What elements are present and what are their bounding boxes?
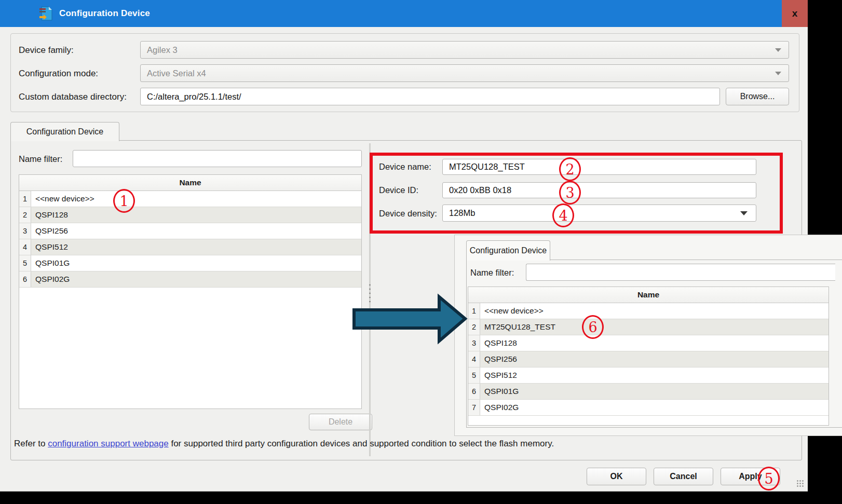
inset-table-header-name: Name (468, 287, 829, 303)
chevron-down-icon (775, 72, 781, 75)
table-row-qspi256[interactable]: 3QSPI256 (19, 223, 361, 239)
delete-button: Delete (309, 414, 372, 430)
apply-button[interactable]: Apply (721, 468, 780, 485)
note-prefix: Refer to (14, 439, 48, 448)
table-row-qspi512[interactable]: 4QSPI512 (19, 239, 361, 255)
row-name: QSPI256 (480, 351, 517, 367)
table-row-qspi128[interactable]: 2QSPI128 (19, 207, 361, 223)
row-name: MT25QU128_TEST (480, 319, 555, 335)
row-name: QSPI256 (31, 223, 68, 239)
cancel-button[interactable]: Cancel (654, 468, 713, 485)
device-name-input[interactable]: MT25QU128_TEST (442, 159, 756, 175)
device-family-value: Agilex 3 (147, 45, 178, 55)
device-name-label: Device name: (379, 162, 431, 172)
name-filter-input[interactable] (73, 150, 362, 167)
row-number: 6 (468, 384, 480, 399)
inset-row-mt25qu128-test[interactable]: 2MT25QU128_TEST (468, 319, 829, 335)
device-family-select: Agilex 3 (140, 41, 789, 59)
device-id-label: Device ID: (379, 185, 418, 195)
device-family-label: Device family: (19, 45, 74, 56)
row-name: QSPI128 (31, 207, 68, 223)
row-name: QSPI02G (31, 271, 70, 287)
row-name: <<new device>> (31, 191, 94, 207)
inset-row-qspi01g[interactable]: 6QSPI01G (468, 384, 829, 400)
device-density-select[interactable]: 128Mb (442, 205, 756, 222)
custom-db-directory-input[interactable]: C:/altera_pro/25.1.1/test/ (140, 88, 720, 105)
note-suffix: for supported third party configuration … (169, 439, 554, 448)
row-number: 4 (468, 351, 480, 367)
configuration-device-icon (38, 6, 54, 21)
ok-button[interactable]: OK (587, 468, 646, 485)
row-number: 6 (19, 271, 31, 287)
row-name: QSPI02G (480, 400, 519, 415)
inset-device-list-table: Name 1<<new device>> 2MT25QU128_TEST 3QS… (468, 287, 829, 426)
row-name: <<new device>> (480, 303, 544, 319)
chevron-down-icon (740, 211, 748, 215)
inset-row-qspi128[interactable]: 3QSPI128 (468, 335, 829, 351)
device-density-label: Device density: (379, 209, 437, 219)
device-id-input[interactable]: 0x20 0xBB 0x18 (442, 182, 756, 198)
table-row-qspi01g[interactable]: 5QSPI01G (19, 255, 361, 271)
browse-button[interactable]: Browse... (726, 88, 789, 105)
configuration-mode-label: Configuration mode: (19, 69, 98, 79)
row-number: 3 (19, 223, 31, 239)
resize-grip[interactable] (796, 480, 804, 487)
annotation-arrow-icon (348, 290, 472, 348)
row-number: 2 (19, 207, 31, 223)
custom-db-directory-label: Custom database directory: (19, 92, 127, 102)
window-title: Configuration Device (59, 8, 150, 19)
device-density-value: 128Mb (449, 208, 475, 218)
inset-row-new-device[interactable]: 1<<new device>> (468, 303, 829, 319)
inset-row-qspi512[interactable]: 5QSPI512 (468, 367, 829, 384)
close-button[interactable]: x (782, 0, 808, 27)
table-row-qspi02g[interactable]: 6QSPI02G (19, 271, 361, 288)
inset-name-filter-input[interactable] (526, 264, 835, 281)
inset-row-qspi02g[interactable]: 7QSPI02G (468, 400, 829, 416)
support-note: Refer to configuration support webpage f… (14, 439, 554, 449)
row-name: QSPI01G (480, 384, 519, 399)
device-list-table: Name 1<<new device>> 2QSPI128 3QSPI256 4… (19, 174, 362, 409)
row-number: 4 (19, 239, 31, 255)
configuration-mode-select: Active Serial x4 (140, 64, 789, 82)
inset-tab-configuration-device[interactable]: Configuration Device (466, 240, 550, 261)
chevron-down-icon (775, 48, 781, 52)
configuration-support-link[interactable]: configuration support webpage (48, 439, 169, 448)
row-number: 5 (468, 367, 480, 383)
row-number: 7 (468, 400, 480, 415)
configuration-mode-value: Active Serial x4 (147, 69, 206, 78)
row-number: 1 (19, 191, 31, 207)
inset-name-filter-label: Name filter: (470, 268, 514, 278)
row-name: QSPI01G (31, 255, 70, 271)
row-number: 5 (19, 255, 31, 271)
result-inset-screenshot: Configuration Device Name filter: Name 1… (454, 235, 842, 436)
row-name: QSPI128 (480, 335, 517, 351)
inset-row-qspi256[interactable]: 4QSPI256 (468, 351, 829, 367)
name-filter-label: Name filter: (19, 154, 62, 164)
tab-configuration-device[interactable]: Configuration Device (10, 122, 119, 141)
title-bar[interactable]: Configuration Device (0, 0, 782, 27)
table-header-name: Name (19, 175, 361, 191)
table-row-new-device[interactable]: 1<<new device>> (19, 191, 361, 207)
row-name: QSPI512 (480, 367, 517, 383)
annotated-screenshot-canvas: Configuration Device x Device family: Ag… (0, 0, 842, 504)
row-name: QSPI512 (31, 239, 68, 255)
